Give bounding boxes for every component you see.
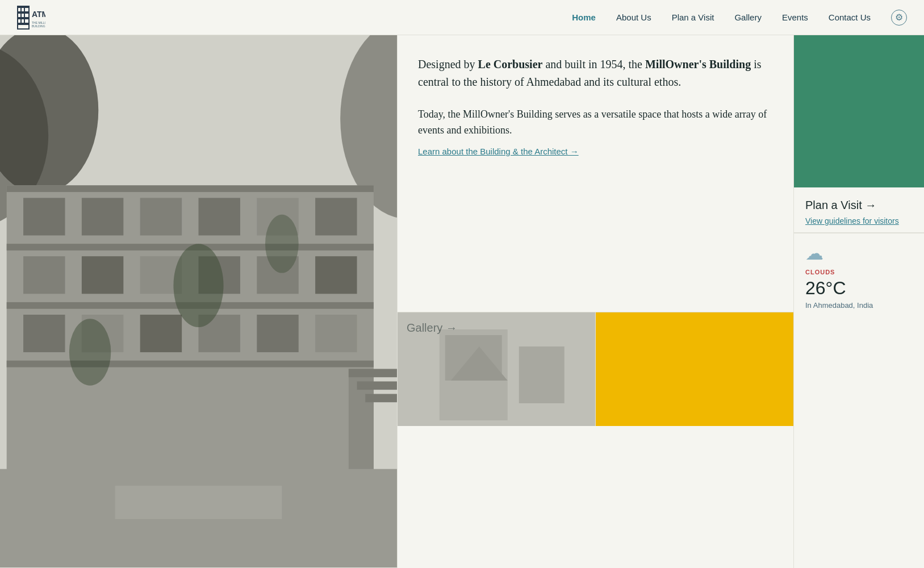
nav-about[interactable]: About Us [616,12,651,22]
svg-text:BUILDING: BUILDING [32,24,45,28]
weather-location: In Ahmedabad, India [805,301,913,310]
weather-card: ☁ CLOUDS 26°C In Ahmedabad, India [794,233,924,568]
svg-rect-29 [315,198,357,235]
gallery-card[interactable]: Gallery → [398,312,596,426]
svg-rect-35 [315,256,357,294]
svg-rect-8 [22,19,24,23]
svg-rect-54 [115,486,282,519]
nav-events[interactable]: Events [782,12,808,22]
svg-rect-20 [7,185,374,192]
plan-visit-card: Plan a Visit → View guidelines for visit… [794,187,924,233]
nav-contact[interactable]: Contact Us [829,12,871,22]
svg-rect-31 [82,256,123,294]
weather-condition-label: CLOUDS [805,269,913,275]
svg-rect-25 [82,198,123,235]
svg-rect-3 [25,8,28,11]
svg-point-52 [69,319,111,385]
svg-point-53 [265,215,299,273]
svg-rect-1 [18,8,20,11]
svg-point-51 [173,244,223,327]
svg-rect-36 [23,315,65,352]
main-grid: Designed by Le Corbusier and built in 19… [0,35,924,568]
logo-icon: ATMA THE MILLOWNER'S BUILDING [17,6,45,30]
nav-gallery[interactable]: Gallery [734,12,762,22]
svg-rect-23 [7,361,374,367]
svg-rect-45 [365,394,397,403]
svg-rect-44 [357,381,397,390]
yellow-decorative-block [596,312,794,426]
gallery-section: Gallery → [398,312,793,426]
svg-rect-58 [519,346,565,403]
svg-rect-24 [23,198,65,235]
svg-rect-30 [23,256,65,294]
svg-rect-10 [18,25,28,28]
center-description: Designed by Le Corbusier and built in 19… [398,35,793,312]
view-guidelines-link[interactable]: View guidelines for visitors [805,216,913,225]
svg-rect-7 [18,19,20,23]
svg-rect-43 [349,369,397,377]
hero-image [0,35,398,568]
right-column: Plan a Visit → View guidelines for visit… [793,35,924,568]
svg-rect-2 [22,8,24,11]
svg-rect-9 [25,19,28,23]
nav-plan-visit[interactable]: Plan a Visit [672,12,714,22]
svg-rect-26 [140,198,182,235]
theme-toggle-button[interactable]: ⚙ [891,10,907,26]
svg-rect-5 [22,14,24,17]
green-decorative-block [794,35,924,187]
svg-rect-4 [18,14,20,17]
temperature-display: 26°C [805,278,913,299]
svg-rect-6 [25,14,28,17]
main-nav: Home About Us Plan a Visit Gallery Event… [572,10,907,26]
svg-rect-41 [315,315,357,352]
svg-text:ATMA: ATMA [32,10,45,19]
svg-rect-27 [199,198,240,235]
cloud-icon: ☁ [805,243,913,264]
learn-link[interactable]: Learn about the Building & the Architect… [418,147,579,156]
plan-visit-title[interactable]: Plan a Visit → [805,199,913,212]
logo[interactable]: ATMA THE MILLOWNER'S BUILDING [17,6,45,30]
svg-rect-38 [140,315,182,352]
main-description-1: Designed by Le Corbusier and built in 19… [418,56,773,91]
main-description-2: Today, the MillOwner's Building serves a… [418,107,773,139]
nav-home[interactable]: Home [572,12,596,22]
svg-rect-40 [257,315,298,352]
